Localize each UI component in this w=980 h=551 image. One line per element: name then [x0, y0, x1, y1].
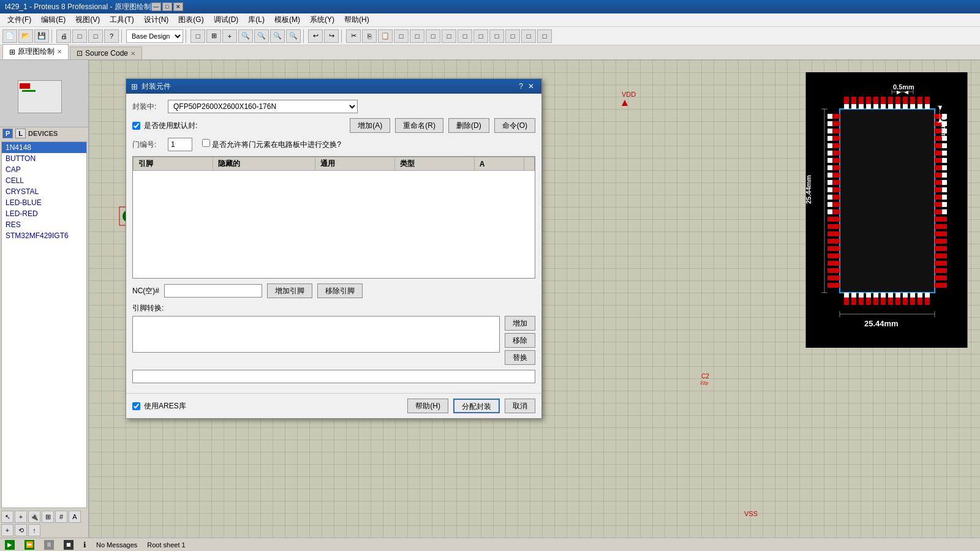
left-tool-6[interactable]: A	[69, 511, 81, 523]
toolbar-zoom-out[interactable]: 🔍	[270, 29, 285, 43]
device-item-1n4148[interactable]: 1N4148	[2, 142, 86, 153]
toolbar-b14[interactable]: □	[489, 29, 504, 43]
command-btn[interactable]: 命令(O)	[494, 118, 535, 133]
toolbar-b17[interactable]: □	[537, 29, 552, 43]
device-item-crystal[interactable]: CRYSTAL	[2, 186, 86, 197]
canvas-area[interactable]: VDD VSS R4 330 R3 330 R2 330 D5	[89, 60, 980, 538]
remove-conv-btn[interactable]: 移除	[505, 333, 535, 348]
toolbar-zoom-fit[interactable]: 🔍	[286, 29, 301, 43]
left-tool-2[interactable]: +	[15, 511, 27, 523]
toolbar-save[interactable]: 💾	[34, 29, 49, 43]
device-item-led-red[interactable]: LED-RED	[2, 208, 86, 219]
delete-btn[interactable]: 删除(D)	[448, 118, 489, 133]
toolbar-cut[interactable]: ✂	[346, 29, 361, 43]
maximize-btn[interactable]: □	[162, 2, 172, 11]
tab-source-code[interactable]: ⊡ Source Code ✕	[70, 47, 142, 59]
tab-schematic[interactable]: ⊞ 原理图绘制 ✕	[2, 44, 69, 59]
nc-input[interactable]	[164, 284, 262, 298]
toolbar-b15[interactable]: □	[505, 29, 520, 43]
device-item-button[interactable]: BUTTON	[2, 153, 86, 164]
rename-btn[interactable]: 重命名(R)	[395, 118, 443, 133]
assign-btn[interactable]: 分配封装	[453, 399, 500, 413]
toolbar-print[interactable]: 🖨	[56, 29, 71, 43]
toolbar-b16[interactable]: □	[521, 29, 536, 43]
left-tool-7[interactable]: +	[1, 524, 13, 536]
cancel-btn[interactable]: 取消	[505, 399, 535, 413]
help-action-btn[interactable]: 帮助(H)	[407, 399, 448, 413]
toolbar-b7[interactable]: 🔍	[238, 29, 253, 43]
menu-view[interactable]: 视图(V)	[70, 13, 105, 26]
left-tool-8[interactable]: ⟲	[15, 524, 27, 536]
pause-btn[interactable]: ⏸	[44, 540, 54, 550]
dialog-help-icon[interactable]: ?	[516, 82, 526, 91]
tab-schematic-close[interactable]: ✕	[57, 48, 62, 55]
tab-source-close[interactable]: ✕	[130, 50, 135, 57]
pin-table-container[interactable]: 引脚 隐藏的 通用 类型 A	[132, 156, 535, 279]
device-item-cap[interactable]: CAP	[2, 164, 86, 175]
schematic-canvas[interactable]: VDD VSS R4 330 R3 330 R2 330 D5	[89, 60, 980, 538]
toolbar-redo[interactable]: ↪	[324, 29, 339, 43]
pl-btn-l[interactable]: L	[15, 129, 26, 138]
toolbar-b1[interactable]: □	[72, 29, 87, 43]
step-btn[interactable]: ⏩	[24, 540, 34, 550]
toolbar-b4[interactable]: □	[190, 29, 205, 43]
use-ares-checkbox[interactable]	[132, 402, 140, 410]
add-btn[interactable]: 增加(A)	[350, 118, 390, 133]
stop-btn[interactable]: ⏹	[64, 540, 74, 550]
toolbar-new[interactable]: 📄	[2, 29, 17, 43]
toolbar-b5[interactable]: ⊞	[206, 29, 221, 43]
menu-edit[interactable]: 编辑(E)	[36, 13, 70, 26]
menu-system[interactable]: 系统(Y)	[305, 13, 339, 26]
use-ares-label: 使用ARES库	[144, 401, 186, 411]
left-tool-4[interactable]: ⊞	[42, 511, 54, 523]
svg-rect-49	[895, 104, 900, 109]
default-package-checkbox[interactable]	[132, 122, 140, 130]
toolbar-b10[interactable]: □	[426, 29, 440, 43]
device-item-cell[interactable]: CELL	[2, 175, 86, 186]
minimize-btn[interactable]: —	[151, 2, 161, 11]
toolbar-copy[interactable]: ⎘	[362, 29, 377, 43]
menu-file[interactable]: 文件(F)	[2, 13, 36, 26]
remove-pin-btn[interactable]: 移除引脚	[317, 283, 363, 298]
toolbar-b9[interactable]: □	[410, 29, 424, 43]
gate-swap-checkbox[interactable]	[202, 139, 210, 147]
left-tool-1[interactable]: ↖	[1, 511, 13, 523]
add-conv-btn[interactable]: 增加	[505, 316, 535, 331]
toolbar-b8[interactable]: □	[394, 29, 409, 43]
toolbar-b13[interactable]: □	[473, 29, 488, 43]
menu-help[interactable]: 帮助(H)	[339, 13, 374, 26]
menu-library[interactable]: 库(L)	[243, 13, 270, 26]
left-tool-5[interactable]: #	[55, 511, 67, 523]
close-btn[interactable]: ✕	[173, 2, 183, 11]
device-item-res[interactable]: RES	[2, 219, 86, 230]
toolbar-paste[interactable]: 📋	[378, 29, 393, 43]
menu-chart[interactable]: 图表(G)	[173, 13, 208, 26]
toolbar-design-dropdown[interactable]: Base Design	[126, 29, 183, 43]
left-tool-9[interactable]: ↑	[28, 524, 40, 536]
menu-tools[interactable]: 工具(T)	[105, 13, 138, 26]
toolbar-b12[interactable]: □	[458, 29, 472, 43]
toolbar-b11[interactable]: □	[442, 29, 456, 43]
toolbar-b2[interactable]: □	[88, 29, 103, 43]
extra-input[interactable]	[132, 370, 535, 383]
package-select[interactable]: QFP50P2600X2600X160-176N	[168, 100, 358, 113]
menu-design[interactable]: 设计(N)	[139, 13, 174, 26]
toolbar-zoom-in[interactable]: 🔍	[254, 29, 269, 43]
menu-debug[interactable]: 调试(D)	[209, 13, 244, 26]
toolbar-b3[interactable]: ?	[104, 29, 119, 43]
device-item-stm32[interactable]: STM32MF429IGT6	[2, 230, 86, 241]
replace-conv-btn[interactable]: 替换	[505, 350, 535, 365]
device-item-led-blue[interactable]: LED-BLUE	[2, 197, 86, 208]
pl-btn-p[interactable]: P	[2, 129, 13, 138]
left-tool-3[interactable]: 🔌	[28, 511, 40, 523]
toolbar-open[interactable]: 📂	[18, 29, 33, 43]
dialog-close-btn[interactable]: ✕	[526, 82, 537, 91]
gate-input[interactable]	[168, 138, 192, 151]
add-pin-btn[interactable]: 增加引脚	[267, 283, 312, 298]
svg-rect-91	[827, 143, 832, 148]
menu-template[interactable]: 模板(M)	[270, 13, 305, 26]
toolbar-undo[interactable]: ↩	[308, 29, 323, 43]
toolbar-b6[interactable]: +	[222, 29, 237, 43]
play-btn[interactable]: ▶	[5, 540, 15, 550]
pin-conv-textarea[interactable]	[132, 316, 500, 353]
